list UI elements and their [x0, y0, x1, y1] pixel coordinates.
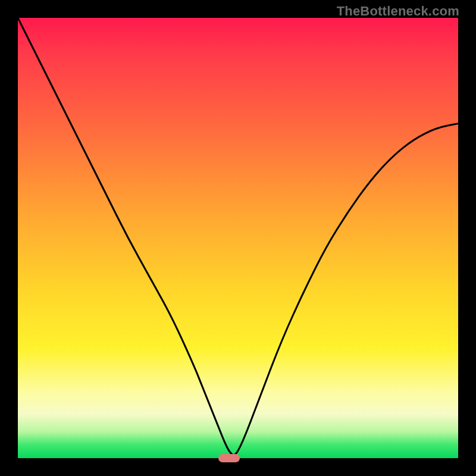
chart-frame: TheBottleneck.com [0, 0, 476, 476]
watermark-text: TheBottleneck.com [337, 4, 459, 19]
plot-area [18, 18, 458, 458]
curve-path [18, 18, 458, 455]
optimum-marker [218, 454, 240, 462]
bottleneck-curve [18, 18, 458, 458]
